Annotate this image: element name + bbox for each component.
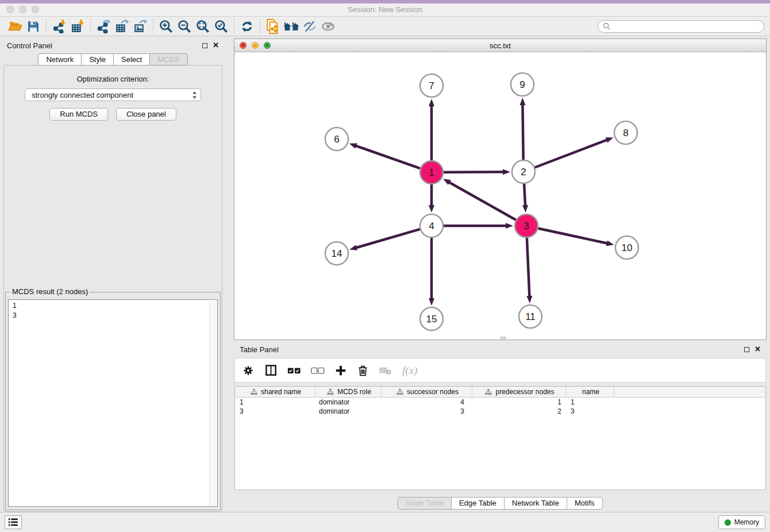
show-network-button[interactable]	[319, 18, 337, 34]
export-image-button[interactable]	[131, 18, 149, 34]
cell-successor-nodes[interactable]: 4	[382, 398, 472, 407]
import-table-button[interactable]	[68, 18, 87, 34]
network-frame-titlebar[interactable]: ✕ − + scc.txt	[234, 39, 766, 52]
deselect-all-button[interactable]	[311, 366, 325, 375]
control-panel: Control Panel ✕ Network Style Select MCD…	[0, 36, 226, 512]
result-scrollbar[interactable]	[209, 300, 217, 506]
zoom-out-button[interactable]	[175, 18, 194, 34]
tab-edge-table[interactable]: Edge Table	[451, 497, 504, 510]
graph-node-label-15: 15	[426, 314, 437, 325]
task-history-button[interactable]	[5, 515, 22, 529]
column-header-predecessor-nodes[interactable]: predecessor nodes	[472, 387, 566, 397]
search-field[interactable]	[598, 20, 764, 33]
frame-close-button[interactable]: ✕	[240, 42, 247, 49]
graph-edge-4-14[interactable]	[356, 229, 420, 248]
graph-edge-arrowhead	[519, 98, 525, 105]
run-mcds-button[interactable]: Run MCDS	[49, 108, 108, 121]
frame-minimize-button[interactable]: −	[252, 42, 259, 49]
tab-motifs[interactable]: Motifs	[567, 497, 603, 510]
cell-predecessor-nodes[interactable]: 2	[472, 407, 566, 416]
close-panel-icon[interactable]: ✕	[213, 43, 219, 48]
create-column-button[interactable]	[334, 364, 347, 377]
import-network-button[interactable]	[50, 18, 68, 34]
memory-button[interactable]: Memory	[718, 515, 765, 529]
app-window: Session: New Session	[0, 0, 770, 532]
delete-column-button[interactable]	[357, 364, 369, 377]
export-table-button[interactable]	[113, 18, 131, 34]
zoom-window-button[interactable]	[32, 6, 39, 13]
hide-network-button[interactable]	[301, 18, 319, 34]
select-all-button[interactable]	[287, 366, 301, 375]
tab-style[interactable]: Style	[81, 53, 113, 65]
cell-predecessor-nodes[interactable]: 1	[472, 398, 566, 407]
tree-icon	[485, 388, 492, 395]
tab-node-table[interactable]: Node Table	[398, 497, 451, 510]
apply-layout-button[interactable]	[238, 18, 256, 34]
save-session-button[interactable]	[24, 18, 43, 34]
graph-edge-2-9[interactable]	[522, 104, 523, 160]
close-panel-button[interactable]: Close panel	[116, 108, 176, 121]
function-builder-button[interactable]: f(x)	[402, 364, 417, 377]
zoom-in-button[interactable]	[157, 18, 175, 34]
copy-network-document-icon	[265, 19, 280, 34]
splitter-handle[interactable]	[500, 337, 506, 340]
graph-edge-1-2[interactable]	[444, 172, 504, 172]
mcds-result-textarea[interactable]: 1 3	[8, 299, 218, 507]
checked-checkboxes-icon	[287, 366, 301, 375]
graph-edge-1-6[interactable]	[355, 145, 420, 168]
search-input[interactable]	[614, 22, 759, 30]
zoom-in-icon	[159, 19, 174, 34]
tab-select[interactable]: Select	[113, 53, 149, 65]
mcds-result-line: 1	[13, 301, 207, 311]
houses-icon	[283, 20, 300, 33]
optimization-criterion-select[interactable]: strongly connected component	[25, 88, 201, 101]
table-row[interactable]: 3 dominator 3 2 3	[235, 407, 765, 416]
frame-maximize-button[interactable]: +	[264, 42, 271, 49]
home-button[interactable]	[282, 18, 301, 34]
graph-node-label-11: 11	[525, 311, 536, 322]
tab-mcds[interactable]: MCDS	[149, 53, 187, 65]
open-session-button[interactable]	[6, 18, 24, 34]
float-panel-icon[interactable]	[202, 43, 207, 48]
column-header-mcds-role[interactable]: MCDS role	[315, 387, 382, 397]
close-panel-icon[interactable]: ✕	[754, 346, 761, 352]
table-panel-title: Table Panel	[240, 345, 279, 354]
graph-edge-3-11[interactable]	[527, 238, 530, 297]
column-header-successor-nodes[interactable]: successor nodes	[382, 387, 472, 397]
control-panel-tabs: Network Style Select MCDS	[0, 53, 226, 65]
table-settings-button[interactable]	[242, 364, 255, 377]
cell-name[interactable]: 3	[566, 407, 614, 416]
table-row[interactable]: 1 dominator 4 1 1	[235, 398, 765, 407]
graph-edge-3-10[interactable]	[538, 228, 608, 243]
cell-shared-name[interactable]: 1	[235, 398, 315, 407]
cell-successor-nodes[interactable]: 3	[382, 407, 472, 416]
close-window-button[interactable]	[6, 6, 14, 13]
zoom-fit-button[interactable]	[194, 18, 212, 34]
graph-edge-2-3[interactable]	[524, 184, 525, 206]
graph-edge-2-8[interactable]	[535, 140, 608, 167]
float-panel-icon[interactable]	[744, 347, 749, 352]
tab-network[interactable]: Network	[38, 53, 81, 65]
import-table-icon	[71, 19, 85, 33]
show-columns-button[interactable]	[264, 364, 278, 377]
cell-mcds-role[interactable]: dominator	[315, 407, 382, 416]
table-panel: Table Panel ✕	[234, 342, 767, 512]
cell-shared-name[interactable]: 3	[235, 407, 315, 416]
graph-edge-arrowhead	[606, 137, 614, 142]
cell-mcds-role[interactable]: dominator	[315, 398, 382, 407]
eye-icon	[321, 19, 336, 34]
column-header-shared-name[interactable]: shared name	[235, 387, 315, 397]
copy-network-button[interactable]	[264, 18, 282, 34]
delete-table-button[interactable]	[379, 365, 392, 376]
toolbar-separator	[46, 19, 47, 34]
tab-network-table[interactable]: Network Table	[504, 497, 567, 510]
column-header-name[interactable]: name	[566, 387, 614, 397]
network-graph: 7968124314101511	[234, 52, 766, 340]
minimize-window-button[interactable]	[19, 6, 26, 13]
toolbar-separator	[153, 19, 153, 34]
zoom-selected-button[interactable]	[212, 18, 230, 34]
export-network-button[interactable]	[94, 18, 113, 34]
graph-edge-3-1[interactable]	[449, 182, 516, 220]
cell-name[interactable]: 1	[566, 398, 614, 407]
network-canvas[interactable]: 7968124314101511	[234, 52, 766, 340]
